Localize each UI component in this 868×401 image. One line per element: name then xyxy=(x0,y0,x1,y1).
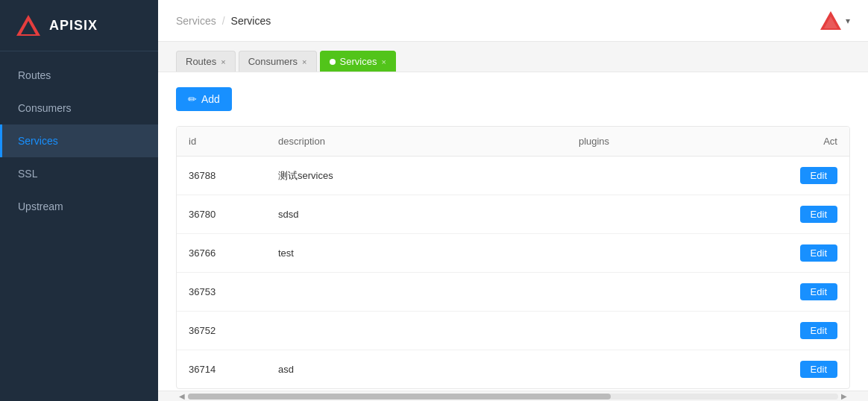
scroll-thumb[interactable] xyxy=(188,394,611,400)
sidebar-nav: Routes Consumers Services SSL Upstream xyxy=(0,51,158,223)
edit-button[interactable]: Edit xyxy=(800,283,837,300)
scroll-track[interactable] xyxy=(188,394,838,400)
tab-consumers[interactable]: Consumers × xyxy=(239,51,317,72)
breadcrumb: Services / Services xyxy=(176,15,271,27)
sidebar: APISIX Routes Consumers Services SSL Ups… xyxy=(0,0,158,401)
cell-id: 36714 xyxy=(177,350,266,389)
logo-text: APISIX xyxy=(49,18,98,34)
scroll-right-arrow[interactable]: ▶ xyxy=(838,392,850,400)
cell-id: 36753 xyxy=(177,273,266,312)
table-row: 36752 Edit xyxy=(177,312,849,350)
add-button[interactable]: ✏ Add xyxy=(176,87,232,111)
tab-services-label: Services xyxy=(340,56,377,67)
sidebar-item-label: Services xyxy=(18,135,58,147)
col-header-act: Act xyxy=(775,127,849,157)
cell-description xyxy=(266,273,567,312)
scroll-left-arrow[interactable]: ◀ xyxy=(176,392,188,400)
edit-button[interactable]: Edit xyxy=(800,322,837,339)
tab-services-close[interactable]: × xyxy=(381,57,386,66)
sidebar-item-label: Consumers xyxy=(18,102,72,114)
cell-description xyxy=(266,312,567,350)
sidebar-logo: APISIX xyxy=(0,0,158,51)
header-right: ▾ xyxy=(819,9,850,33)
services-table: id description plugins Act 36788 测试servi… xyxy=(176,126,850,389)
cell-plugins xyxy=(567,157,775,195)
cell-action: Edit xyxy=(775,350,849,389)
cell-action: Edit xyxy=(775,195,849,234)
cell-plugins xyxy=(567,195,775,234)
cell-id: 36788 xyxy=(177,157,266,195)
tab-routes-label: Routes xyxy=(186,56,216,67)
sidebar-item-consumers[interactable]: Consumers xyxy=(0,92,158,124)
cell-description: sdsd xyxy=(266,195,567,234)
tab-services-dot xyxy=(330,59,336,65)
cell-description: test xyxy=(266,234,567,273)
tab-routes-close[interactable]: × xyxy=(221,57,225,66)
tabs-bar: Routes × Consumers × Services × xyxy=(158,42,868,72)
sidebar-item-label: Routes xyxy=(18,69,51,81)
table-row: 36766 test Edit xyxy=(177,234,849,273)
table-header-row: id description plugins Act xyxy=(177,127,849,157)
table-row: 36753 Edit xyxy=(177,273,849,312)
cell-plugins xyxy=(567,312,775,350)
breadcrumb-separator: / xyxy=(222,15,225,27)
col-header-plugins: plugins xyxy=(567,127,775,157)
add-icon: ✏ xyxy=(188,93,197,105)
cell-id: 36766 xyxy=(177,234,266,273)
sidebar-item-ssl[interactable]: SSL xyxy=(0,157,158,190)
cell-description: 测试services xyxy=(266,157,567,195)
horizontal-scrollbar[interactable]: ◀ ▶ xyxy=(158,391,868,401)
breadcrumb-current: Services xyxy=(231,15,271,27)
breadcrumb-parent: Services xyxy=(176,15,216,27)
cell-id: 36780 xyxy=(177,195,266,234)
cell-description: asd xyxy=(266,350,567,389)
cell-plugins xyxy=(567,273,775,312)
cell-action: Edit xyxy=(775,234,849,273)
tab-services[interactable]: Services × xyxy=(320,51,396,72)
cell-action: Edit xyxy=(775,312,849,350)
cell-plugins xyxy=(567,350,775,389)
tab-consumers-label: Consumers xyxy=(248,56,298,67)
table-row: 36788 测试services Edit xyxy=(177,157,849,195)
edit-button[interactable]: Edit xyxy=(800,167,837,184)
tab-routes[interactable]: Routes × xyxy=(176,51,236,72)
edit-button[interactable]: Edit xyxy=(800,244,837,262)
col-header-id: id xyxy=(177,127,266,157)
sidebar-item-services[interactable]: Services xyxy=(0,124,158,157)
apisix-logo-icon xyxy=(15,12,42,39)
add-button-label: Add xyxy=(201,93,220,105)
tab-consumers-close[interactable]: × xyxy=(302,57,306,66)
sidebar-item-label: SSL xyxy=(18,168,37,180)
header-logo-icon xyxy=(819,9,843,33)
col-header-description: description xyxy=(266,127,567,157)
user-dropdown-arrow[interactable]: ▾ xyxy=(846,16,850,26)
cell-action: Edit xyxy=(775,157,849,195)
table-row: 36780 sdsd Edit xyxy=(177,195,849,234)
main-content: Services / Services ▾ Routes × Consumers… xyxy=(158,0,868,401)
table-row: 36714 asd Edit xyxy=(177,350,849,389)
cell-action: Edit xyxy=(775,273,849,312)
cell-plugins xyxy=(567,234,775,273)
edit-button[interactable]: Edit xyxy=(800,206,837,223)
sidebar-item-upstream[interactable]: Upstream xyxy=(0,190,158,223)
sidebar-item-routes[interactable]: Routes xyxy=(0,59,158,92)
cell-id: 36752 xyxy=(177,312,266,350)
edit-button[interactable]: Edit xyxy=(800,361,837,378)
page-header: Services / Services ▾ xyxy=(158,0,868,42)
content-area: ✏ Add id description plugins Act 36788 测… xyxy=(158,72,868,391)
sidebar-item-label: Upstream xyxy=(18,200,63,212)
